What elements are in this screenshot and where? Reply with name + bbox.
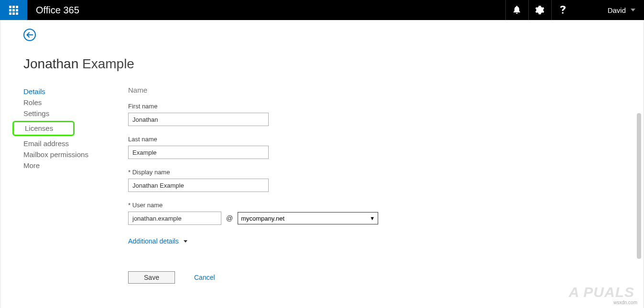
gear-icon <box>535 6 544 14</box>
chevron-down-icon <box>631 9 635 11</box>
sidebar-item-licenses[interactable]: Licenses <box>25 124 53 132</box>
sidebar-item-email-address[interactable]: Email address <box>23 138 128 149</box>
logo-watermark: A PUALS <box>568 284 634 300</box>
app-launcher-button[interactable] <box>0 0 27 20</box>
topbar-actions: David <box>505 0 644 20</box>
chevron-down-icon <box>184 240 187 243</box>
user-menu[interactable]: David <box>574 0 644 20</box>
back-button[interactable] <box>23 29 36 41</box>
section-heading-name: Name <box>128 86 643 94</box>
domain-select-value: mycompany.net <box>241 215 284 222</box>
user-name-input[interactable] <box>128 212 221 225</box>
form-area: Name First name Last name * Display name… <box>128 86 643 284</box>
domain-select[interactable]: mycompany.net ▼ <box>238 212 378 224</box>
highlight-box: Licenses <box>12 121 75 136</box>
additional-details-toggle[interactable]: Additional details <box>128 237 187 245</box>
watermark-text: wsxdn.com <box>613 300 637 305</box>
sidebar-item-mailbox-permissions[interactable]: Mailbox permissions <box>23 149 128 160</box>
first-name-label: First name <box>128 103 643 110</box>
first-name-input[interactable] <box>128 113 269 126</box>
last-name-input[interactable] <box>128 146 269 159</box>
content-area: Jonathan Example Details Roles Settings … <box>0 20 644 308</box>
user-name-label: David <box>608 6 626 14</box>
waffle-icon <box>9 6 18 15</box>
at-symbol: @ <box>226 214 233 222</box>
help-button[interactable] <box>551 0 574 20</box>
page-title: Jonathan Example <box>23 56 643 72</box>
settings-button[interactable] <box>528 0 551 20</box>
additional-details-label: Additional details <box>128 237 179 245</box>
title-last-name: Example <box>82 56 134 71</box>
question-icon <box>560 6 566 14</box>
title-first-name: Jonathan <box>23 56 78 71</box>
display-name-input[interactable] <box>128 179 269 192</box>
display-name-label: * Display name <box>128 169 643 176</box>
arrow-left-icon <box>26 32 33 38</box>
scrollbar[interactable] <box>637 113 641 259</box>
top-bar: Office 365 David <box>0 0 644 20</box>
sidebar-item-more[interactable]: More <box>23 160 128 171</box>
sidebar-item-roles[interactable]: Roles <box>23 97 128 108</box>
bell-icon <box>513 6 521 14</box>
sidebar-nav: Details Roles Settings Licenses Email ad… <box>23 86 128 284</box>
sidebar-item-details[interactable]: Details <box>23 86 128 97</box>
dropdown-arrow-icon: ▼ <box>370 215 375 221</box>
user-name-label: * User name <box>128 202 643 209</box>
brand-title: Office 365 <box>36 5 79 16</box>
save-button[interactable]: Save <box>128 271 175 284</box>
cancel-button[interactable]: Cancel <box>194 274 215 281</box>
last-name-label: Last name <box>128 136 643 143</box>
sidebar-item-settings[interactable]: Settings <box>23 108 128 119</box>
notifications-button[interactable] <box>505 0 528 20</box>
